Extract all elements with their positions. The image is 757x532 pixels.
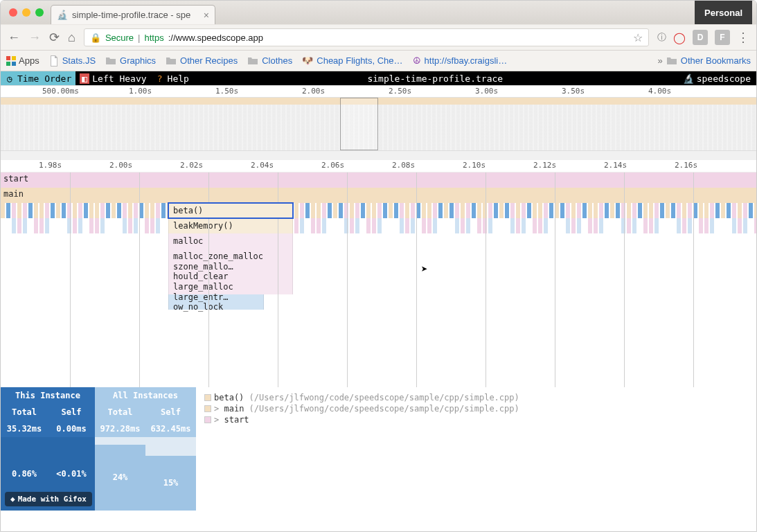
secure-label: Secure [105, 33, 134, 43]
bookmark-label: Cheap Flights, Che… [317, 55, 402, 66]
browser-window: 🔬 simple-time-profile.trace - spe × Pers… [0, 0, 757, 532]
profile-badge[interactable]: Personal [695, 1, 752, 24]
stack-leakmemory[interactable]: leakMemory() [168, 218, 293, 233]
stack-label: malloc_zone_malloc [173, 251, 263, 261]
help-button[interactable]: ?Help [151, 71, 193, 85]
call-path: (/Users/jlfwong/code/speedscope/sample/c… [249, 404, 519, 414]
home-button[interactable]: ⌂ [68, 31, 75, 44]
stack-label: szone_mallo…hould_clear [173, 262, 288, 281]
extension-f-icon[interactable]: F [715, 30, 730, 45]
peace-icon: ☮ [413, 55, 421, 66]
extension-ublock-icon[interactable]: ◯ [673, 31, 686, 44]
help-label: Help [168, 73, 189, 84]
address-bar: ← → ⟳ ⌂ 🔒 Secure | https://www.speedscop… [1, 24, 756, 51]
mode-left-heavy[interactable]: ◧Left Heavy [75, 71, 150, 85]
call-line-2[interactable]: > main (/Users/jlfwong/code/speedscope/s… [204, 404, 748, 414]
stack-large-entr[interactable]: large_entr…ow_no_lock [168, 294, 264, 310]
folder-icon [247, 55, 258, 66]
gifox-badge[interactable]: ◆Made with Gifox [5, 492, 92, 506]
stack-szone[interactable]: szone_mallo…hould_clear [168, 264, 293, 279]
minimap-selection[interactable] [340, 98, 378, 150]
call-line-3[interactable]: > start [204, 415, 748, 425]
url-input[interactable]: 🔒 Secure | https://www.speedscope.app ☆ [84, 28, 649, 46]
val-ti-self: 0.00ms [48, 420, 95, 437]
bookmark-label: Other Recipes [180, 55, 238, 66]
val-ai-total: 972.28ms [95, 420, 145, 437]
pct-ai-total: 24% [95, 445, 145, 511]
minimap-scrollbar[interactable] [1, 150, 756, 160]
speedscope-app: ◷Time Order ◧Left Heavy ?Help simple-tim… [1, 71, 756, 531]
bookmark-star-icon[interactable]: ☆ [633, 31, 643, 44]
stack-label: leakMemory() [173, 221, 233, 231]
bookmark-label: Graphics [120, 55, 156, 66]
bookmark-label: Stats.JS [62, 55, 96, 66]
browser-tab[interactable]: 🔬 simple-time-profile.trace - spe × [51, 5, 215, 24]
tab-close-icon[interactable]: × [204, 10, 209, 20]
maximize-window-icon[interactable] [35, 8, 44, 17]
app-toolbar: ◷Time Order ◧Left Heavy ?Help simple-tim… [1, 71, 756, 85]
color-swatch-icon [204, 405, 211, 412]
brand-label: speedscope [697, 73, 751, 84]
file-icon [49, 55, 59, 66]
stack-beta[interactable]: beta() [168, 202, 294, 219]
window-controls [9, 8, 44, 17]
pct-ai-self: 15% [145, 456, 196, 511]
timeline-ruler[interactable]: 500.00ms1.00s1.50s2.00s2.50s3.00s3.50s4.… [1, 85, 756, 98]
bookmark-statsjs[interactable]: Stats.JS [49, 55, 96, 66]
bookmark-label: Clothes [262, 55, 292, 66]
question-icon: ? [155, 73, 165, 84]
left-heavy-icon: ◧ [80, 73, 89, 84]
call-line-1[interactable]: beta() (/Users/jlfwong/code/speedscope/s… [204, 393, 748, 402]
bookmark-clothes[interactable]: Clothes [247, 55, 292, 66]
close-window-icon[interactable] [9, 8, 17, 17]
flamegraph[interactable]: start main beta() leakMemory() malloc ma… [1, 172, 756, 387]
val-ti-total: 35.32ms [1, 420, 48, 437]
bookmark-graphics[interactable]: Graphics [105, 55, 156, 66]
col-self-all: Self [145, 404, 196, 420]
extension-info-icon[interactable]: ⓘ [657, 31, 666, 44]
mode-time-order[interactable]: ◷Time Order [1, 71, 75, 85]
color-swatch-icon [204, 394, 211, 401]
other-bookmarks-button[interactable]: Other Bookmarks [681, 55, 751, 66]
call-path: (/Users/jlfwong/code/speedscope/sample/c… [249, 393, 519, 402]
bookmark-cheap-flights[interactable]: 🐶Cheap Flights, Che… [302, 55, 402, 66]
forward-button[interactable]: → [28, 31, 41, 44]
details-pane: This Instance All Instances Total Self T… [1, 387, 756, 511]
diamond-icon: ◆ [10, 495, 15, 504]
url-separator: | [138, 33, 140, 43]
browser-menu-icon[interactable]: ⋮ [737, 30, 749, 45]
back-button[interactable]: ← [8, 31, 20, 44]
zoom-ruler[interactable]: 1.98s2.00s2.02s2.04s2.06s2.08s2.10s2.12s… [1, 160, 756, 172]
col-self: Self [48, 404, 95, 420]
clock-icon: ◷ [5, 73, 15, 84]
call-fn: start [224, 415, 249, 425]
apps-button[interactable]: Apps [6, 55, 39, 66]
stack-label: malloc [173, 236, 203, 246]
bookmark-craigslist[interactable]: ☮http://sfbay.craigsli… [413, 55, 508, 66]
extension-d-icon[interactable]: D [693, 30, 708, 45]
url-host: ://www.speedscope.app [168, 33, 263, 43]
mode-label: Left Heavy [92, 73, 146, 84]
lock-icon: 🔒 [90, 33, 101, 43]
stack-label: large_malloc [173, 282, 233, 292]
folder-icon [105, 55, 116, 66]
bookmark-label: http://sfbay.craigsli… [425, 55, 508, 66]
minimap[interactable] [1, 98, 756, 160]
bookmark-other-recipes[interactable]: Other Recipes [166, 55, 238, 66]
all-instances-header: All Instances [95, 387, 196, 404]
call-fn: beta() [214, 393, 244, 402]
this-instance-header: This Instance [1, 387, 95, 404]
col-total: Total [1, 404, 48, 420]
tab-bar: 🔬 simple-time-profile.trace - spe × Pers… [1, 1, 756, 24]
brand: 🔬speedscope [677, 73, 756, 84]
chevron-right-icon[interactable]: » [658, 55, 663, 66]
apps-label: Apps [19, 55, 39, 66]
tab-favicon-icon: 🔬 [57, 10, 68, 19]
stack-malloc[interactable]: malloc [168, 233, 293, 249]
color-swatch-icon [204, 416, 211, 423]
reload-button[interactable]: ⟳ [49, 31, 60, 44]
minimize-window-icon[interactable] [22, 8, 30, 17]
stack-label: beta() [173, 206, 203, 215]
folder-icon [166, 55, 177, 66]
call-fn: main [224, 404, 244, 414]
